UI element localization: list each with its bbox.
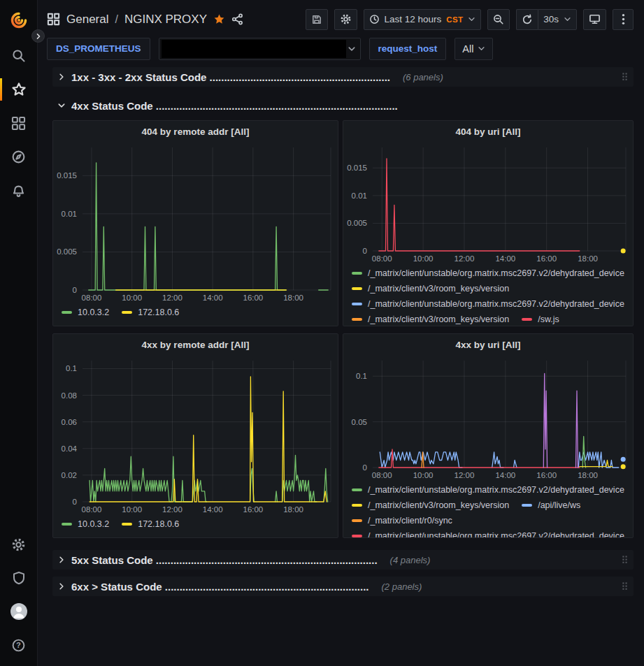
breadcrumb-section[interactable]: General (66, 13, 108, 27)
favorite-star-icon[interactable] (213, 13, 225, 25)
dashboards-grid-icon (11, 116, 26, 131)
legend-item[interactable]: /_matrix/client/unstable/org.matrix.msc2… (352, 531, 624, 537)
x-axis-tick-label: 08:00 (82, 505, 102, 514)
zoom-out-button[interactable] (487, 9, 510, 30)
cycle-view-mode-button[interactable] (583, 9, 606, 30)
legend-swatch (352, 535, 362, 537)
panel-grid: 404 by remote addr [All] 00.0050.010.015… (52, 120, 634, 538)
legend-swatch (352, 272, 362, 275)
x-axis-tick-label: 08:00 (372, 471, 392, 479)
dashboard-grid-icon (47, 13, 60, 26)
chart-4xx-by-remote-addr[interactable]: 00.020.040.060.080.108:0010:0012:0014:00… (53, 355, 338, 516)
legend-swatch (352, 303, 362, 305)
y-axis-tick-label: 0.005 (57, 247, 77, 256)
top-bar: General / NGINX PROXY Last 12 hours CST (38, 0, 644, 32)
legend-item[interactable]: /_matrix/client/v3/room_keys/version (352, 500, 509, 510)
panel-404-by-uri: 404 by uri [All] 00.0050.010.01508:0010:… (343, 120, 634, 326)
sidebar-item-profile[interactable] (0, 595, 37, 628)
legend-item[interactable]: 172.18.0.6 (122, 519, 179, 529)
chevron-right-icon (57, 556, 66, 564)
legend-item[interactable]: /sw.js (522, 314, 559, 324)
x-axis-tick-label: 14:00 (203, 294, 223, 302)
chevron-down-icon (478, 45, 485, 52)
panel-title[interactable]: 4xx by uri [All] (343, 334, 633, 355)
x-axis-tick-label: 18:00 (578, 471, 598, 479)
row-drag-handle[interactable] (620, 553, 629, 567)
grafana-logo[interactable] (9, 8, 29, 32)
kebab-menu-button[interactable] (613, 9, 634, 30)
legend-row: /_matrix/client/unstable/org.matrix.msc2… (352, 528, 633, 537)
series-line (576, 391, 578, 468)
toolbar-actions: Last 12 hours CST 30s (306, 9, 634, 30)
sidebar-item-alerting[interactable] (0, 173, 37, 207)
row-header-4xx[interactable]: 4xx Status Code ........................… (52, 97, 634, 114)
datasource-select[interactable] (159, 38, 361, 60)
sidebar-item-search[interactable] (0, 39, 37, 73)
chart-404-by-remote-addr[interactable]: 00.0050.010.01508:0010:0012:0014:0016:00… (53, 142, 338, 305)
legend-swatch (62, 523, 72, 526)
x-axis-tick-label: 14:00 (495, 471, 515, 479)
legend-item[interactable]: /_matrix/client/unstable/org.matrix.msc2… (352, 485, 624, 495)
legend-item[interactable]: 172.18.0.6 (122, 307, 179, 317)
star-icon (11, 82, 27, 97)
legend-item[interactable]: /api/live/ws (522, 500, 580, 510)
row-drag-handle[interactable] (620, 70, 629, 84)
y-axis-tick-label: 0.015 (57, 171, 77, 180)
chart-404-by-uri[interactable]: 00.0050.010.01508:0010:0012:0014:0016:00… (343, 142, 633, 266)
sidebar-item-configuration[interactable] (0, 528, 37, 561)
sidebar-item-starred[interactable] (0, 73, 37, 106)
legend-row: 10.0.3.2172.18.0.6 (62, 305, 338, 320)
row-header-1xx-3xx-2xx[interactable]: 1xx - 3xx - 2xx Status Code ............… (52, 67, 634, 87)
legend-item[interactable]: /_matrix/client/unstable/org.matrix.msc2… (352, 268, 624, 278)
y-axis-tick-label: 0.01 (352, 191, 367, 200)
sidebar-item-explore[interactable] (0, 140, 37, 173)
legend-item[interactable]: /_matrix/client/r0/sync (352, 516, 452, 526)
sidebar-item-dashboards[interactable] (0, 106, 37, 140)
panel-title[interactable]: 4xx by remote addr [All] (53, 334, 338, 355)
refresh-button[interactable] (516, 9, 538, 30)
svg-text:?: ? (16, 641, 21, 649)
legend-item[interactable]: /_matrix/client/v3/room_keys/version (352, 314, 509, 324)
refresh-interval-picker[interactable]: 30s (538, 9, 577, 30)
request-host-select[interactable]: All (455, 38, 493, 60)
bell-icon (11, 183, 26, 198)
legend-label: /_matrix/client/v3/room_keys/version (368, 284, 509, 294)
row-header-6xx[interactable]: 6xx > Status Code ......................… (52, 577, 634, 596)
row-panel-count: (2 panels) (382, 581, 422, 592)
breadcrumb-separator: / (115, 13, 117, 26)
x-axis-tick-label: 10:00 (413, 471, 434, 479)
legend-swatch (62, 311, 72, 314)
legend-item[interactable]: /_matrix/client/v3/room_keys/version (352, 284, 509, 294)
chart-4xx-by-uri[interactable]: 00.050.108:0010:0012:0014:0016:0018:00 (343, 355, 633, 482)
legend-item[interactable]: /_matrix/client/unstable/org.matrix.msc2… (352, 299, 624, 309)
sidebar-item-server-admin[interactable] (0, 561, 37, 595)
time-range-picker[interactable]: Last 12 hours CST (364, 9, 482, 30)
legend-label: 10.0.3.2 (78, 307, 109, 317)
panel-title[interactable]: 404 by remote addr [All] (53, 121, 338, 142)
breadcrumb-dashboard-title[interactable]: NGINX PROXY (124, 13, 207, 27)
series-line (90, 456, 206, 502)
save-dashboard-button[interactable] (306, 9, 328, 30)
sidebar-item-help[interactable]: ? (0, 628, 37, 662)
share-icon[interactable] (231, 13, 243, 25)
clock-icon (369, 14, 380, 24)
save-icon (311, 14, 322, 25)
time-series-plot: 00.0050.010.01508:0010:0012:0014:0016:00… (53, 142, 338, 305)
legend-row: /_matrix/client/unstable/org.matrix.msc2… (352, 296, 633, 312)
row-title: 4xx Status Code ........................… (71, 100, 398, 112)
x-axis-tick-label: 14:00 (203, 505, 223, 514)
legend-label: 10.0.3.2 (78, 519, 109, 529)
panel-title[interactable]: 404 by uri [All] (343, 121, 633, 142)
legend-swatch (522, 318, 532, 321)
datasource-variable-label[interactable]: DS_PROMETHEUS (47, 38, 150, 60)
request-host-variable-label[interactable]: request_host (369, 38, 447, 60)
legend-label: /_matrix/client/unstable/org.matrix.msc2… (368, 531, 624, 537)
dashboard-settings-button[interactable] (334, 9, 357, 30)
row-header-5xx[interactable]: 5xx Status Code ........................… (52, 550, 634, 570)
legend-item[interactable]: 10.0.3.2 (62, 519, 109, 529)
row-drag-handle[interactable] (620, 579, 629, 593)
sidebar-expand-button[interactable] (31, 29, 45, 43)
legend-item[interactable]: 10.0.3.2 (62, 307, 109, 317)
x-axis-tick-label: 18:00 (283, 294, 303, 302)
series-line (276, 491, 278, 502)
